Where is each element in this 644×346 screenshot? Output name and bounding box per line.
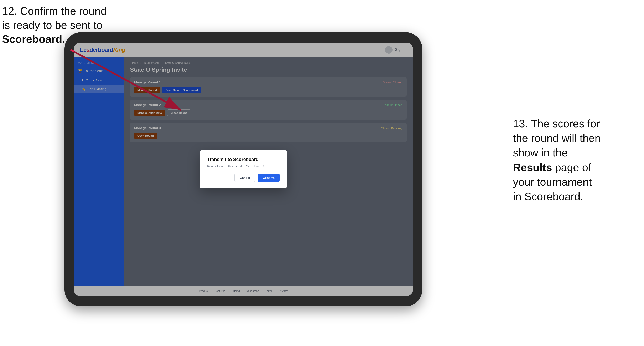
modal-body: Ready to send this round to Scoreboard? <box>207 164 280 168</box>
annotation-right-bold: Results <box>513 161 552 173</box>
transmit-modal: Transmit to Scoreboard Ready to send thi… <box>200 150 287 188</box>
annotation-top-left: 12. Confirm the round is ready to be sen… <box>2 4 110 46</box>
annotation-line2: is ready to be sent to <box>2 19 102 31</box>
annotation-right: 13. The scores for the round will then s… <box>513 116 638 204</box>
annotation-bold: Scoreboard. <box>2 33 65 45</box>
app-body: MAIN MENU Tournaments Create New Edit Ex… <box>74 57 413 286</box>
cancel-button[interactable]: Cancel <box>234 173 255 182</box>
annotation-line1: 12. Confirm the round <box>2 5 107 17</box>
main-content: Home › Tournaments › State U Spring Invi… <box>124 57 413 286</box>
annotation-right-text: 13. The scores for the round will then s… <box>513 118 601 202</box>
modal-actions: Cancel Confirm <box>207 173 280 182</box>
confirm-button[interactable]: Confirm <box>258 173 280 182</box>
modal-title: Transmit to Scoreboard <box>207 157 280 162</box>
tablet-frame: LeaderboardKing Sign In MAIN MENU Tourna… <box>64 32 422 306</box>
modal-overlay: Transmit to Scoreboard Ready to send thi… <box>124 57 413 286</box>
tablet-screen: LeaderboardKing Sign In MAIN MENU Tourna… <box>74 43 413 296</box>
